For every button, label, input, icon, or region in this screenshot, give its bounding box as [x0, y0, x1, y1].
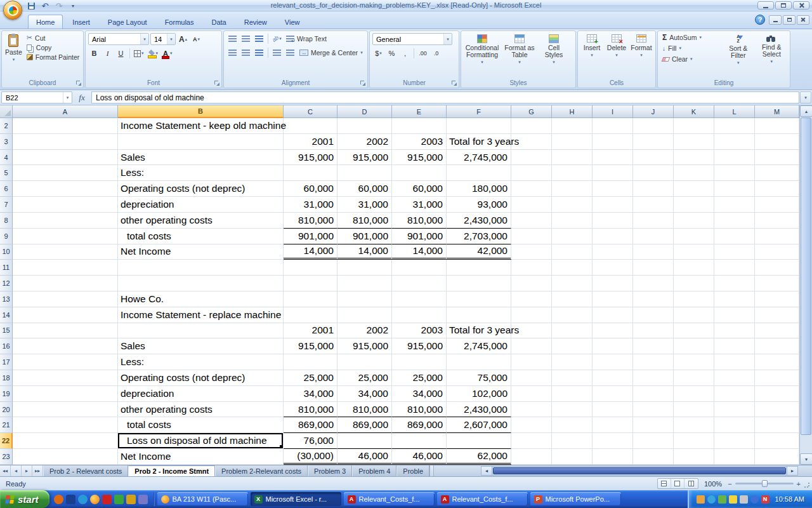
delete-cells-button[interactable]: Delete ▾: [605, 33, 628, 79]
cell-I16[interactable]: [593, 338, 633, 354]
row-header-22[interactable]: 22: [0, 433, 13, 449]
cell-L16[interactable]: [714, 338, 755, 354]
cell-M14[interactable]: [755, 307, 799, 323]
cell-J20[interactable]: [633, 402, 674, 418]
tray-icon-n[interactable]: [761, 495, 769, 504]
increase-decimal-button[interactable]: .00: [417, 48, 429, 59]
comma-style-button[interactable]: ,: [399, 48, 411, 59]
cell-M18[interactable]: [755, 370, 799, 386]
cell-J3[interactable]: [633, 134, 674, 150]
cell-H4[interactable]: [552, 150, 593, 166]
cell-B17[interactable]: Less:: [118, 354, 284, 370]
cell-L23[interactable]: [714, 449, 755, 465]
cell-C6[interactable]: 60,000: [284, 181, 337, 197]
cell-J15[interactable]: [633, 323, 674, 339]
number-format-select[interactable]: General▾: [372, 33, 452, 45]
cell-D11[interactable]: [337, 260, 392, 276]
sheet-tab-problem5-partial[interactable]: Proble: [396, 465, 429, 476]
cell-D9[interactable]: 901,000: [337, 229, 392, 244]
cell-C7[interactable]: 31,000: [284, 197, 337, 213]
cell-B21[interactable]: total costs: [118, 417, 284, 433]
cell-F7[interactable]: 93,000: [447, 197, 511, 213]
taskbar-button-powerpoint[interactable]: P Microsoft PowerPo...: [530, 492, 621, 506]
cell-C14[interactable]: [284, 307, 337, 323]
cell-I14[interactable]: [593, 307, 633, 323]
cell-G17[interactable]: [511, 354, 552, 370]
row-header-6[interactable]: 6: [0, 181, 13, 197]
cell-I6[interactable]: [593, 181, 633, 197]
tab-page-layout[interactable]: Page Layout: [100, 15, 155, 29]
cell-J18[interactable]: [633, 370, 674, 386]
cell-I22[interactable]: [593, 433, 633, 449]
last-sheet-button[interactable]: ▸▸: [32, 465, 43, 476]
cell-C22[interactable]: 76,000: [284, 433, 337, 449]
cell-J16[interactable]: [633, 338, 674, 354]
quick-launch-icon-1[interactable]: [54, 495, 63, 504]
cell-F16[interactable]: 2,745,000: [447, 338, 511, 354]
cell-E23[interactable]: 46,000: [392, 449, 447, 465]
column-header-D[interactable]: D: [337, 105, 392, 118]
cell-C9[interactable]: 901,000: [284, 229, 337, 244]
cell-C13[interactable]: [284, 291, 337, 307]
cell-I11[interactable]: [593, 260, 633, 276]
cell-L10[interactable]: [714, 244, 755, 260]
cell-F11[interactable]: [447, 260, 511, 276]
cell-E15[interactable]: 2003: [392, 323, 447, 339]
cell-D19[interactable]: 34,000: [337, 386, 392, 402]
cell-D23[interactable]: 46,000: [337, 449, 392, 465]
cell-F21[interactable]: 2,607,000: [447, 417, 511, 433]
firefox-icon[interactable]: [90, 495, 100, 504]
cell-H15[interactable]: [552, 323, 593, 339]
cell-H6[interactable]: [552, 181, 593, 197]
row-header-16[interactable]: 16: [0, 338, 13, 354]
quick-launch-icon-5[interactable]: [102, 495, 112, 504]
format-as-table-button[interactable]: Format as Table ▾: [502, 33, 537, 79]
cell-L15[interactable]: [714, 323, 755, 339]
cell-I9[interactable]: [593, 229, 633, 244]
cell-B11[interactable]: [118, 260, 284, 276]
cell-H14[interactable]: [552, 307, 593, 323]
cell-C11[interactable]: [284, 260, 337, 276]
cell-L8[interactable]: [714, 213, 755, 229]
cell-J9[interactable]: [633, 229, 674, 244]
cell-B12[interactable]: [118, 276, 284, 291]
format-cells-button[interactable]: Format ▾: [630, 33, 653, 79]
tab-formulas[interactable]: Formulas: [157, 15, 202, 29]
cell-K15[interactable]: [674, 323, 714, 339]
cell-M9[interactable]: [755, 229, 799, 244]
workbook-minimize-button[interactable]: [769, 15, 782, 25]
cell-A10[interactable]: [13, 244, 118, 260]
cell-A2[interactable]: [13, 118, 118, 134]
cell-L17[interactable]: [714, 354, 755, 370]
cell-B13[interactable]: Howe Co.: [118, 291, 284, 307]
tray-icon-2[interactable]: [707, 495, 716, 504]
cell-G14[interactable]: [511, 307, 552, 323]
vertical-scrollbar[interactable]: ▴ ▾: [799, 105, 812, 465]
cell-F2[interactable]: [447, 118, 511, 134]
cell-M12[interactable]: [755, 276, 799, 291]
cell-A4[interactable]: [13, 150, 118, 166]
cell-E7[interactable]: 31,000: [392, 197, 447, 213]
cell-M8[interactable]: [755, 213, 799, 229]
sheet-tab-prob2-relevant-costs[interactable]: Prob 2 - Relevant costs: [43, 465, 128, 476]
cell-E18[interactable]: 25,000: [392, 370, 447, 386]
cell-A12[interactable]: [13, 276, 118, 291]
save-button[interactable]: [25, 1, 37, 11]
cell-D13[interactable]: [337, 291, 392, 307]
cell-M23[interactable]: [755, 449, 799, 465]
formula-input[interactable]: Loss on disposal of old machine: [91, 91, 799, 104]
cell-C12[interactable]: [284, 276, 337, 291]
clipboard-dialog-launcher-icon[interactable]: [75, 80, 82, 86]
cell-E22[interactable]: [392, 433, 447, 449]
column-header-A[interactable]: A: [13, 105, 118, 118]
cell-M6[interactable]: [755, 181, 799, 197]
cell-H21[interactable]: [552, 417, 593, 433]
cell-F14[interactable]: [447, 307, 511, 323]
cell-M17[interactable]: [755, 354, 799, 370]
redo-button[interactable]: ↷: [53, 1, 65, 11]
cell-C4[interactable]: 915,000: [284, 150, 337, 166]
cell-H2[interactable]: [552, 118, 593, 134]
cell-K20[interactable]: [674, 402, 714, 418]
cell-G8[interactable]: [511, 213, 552, 229]
help-button[interactable]: ?: [755, 15, 765, 25]
